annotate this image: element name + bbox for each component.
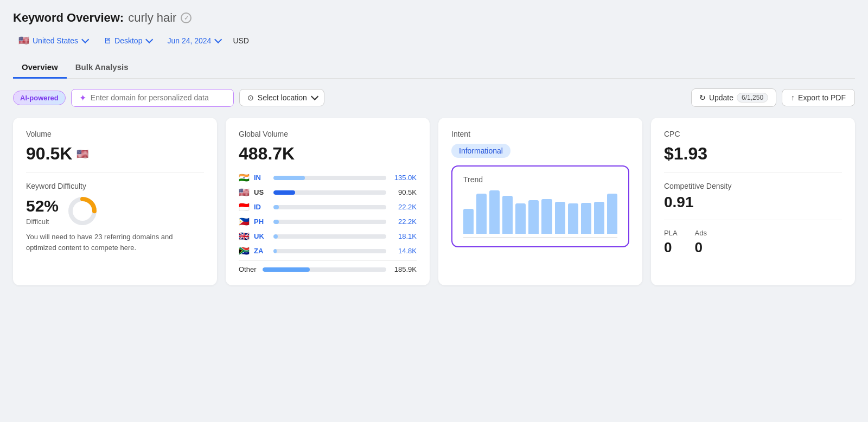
bar-fill-us — [273, 190, 295, 195]
location-select-button[interactable]: ⊙ Select location — [239, 89, 324, 106]
country-row-za: 🇿🇦 ZA 14.8K — [239, 246, 417, 256]
sparkle-icon: ✦ — [79, 93, 86, 103]
kd-level: Difficult — [26, 218, 59, 226]
country-rows: 🇮🇳 IN 135.0K 🇺🇸 US 90.5K 🇮🇩 ID 22.2K 🇵🇭 … — [239, 172, 417, 256]
domain-input[interactable] — [91, 93, 226, 102]
kd-description: You will need to have 23 referring domai… — [26, 232, 204, 253]
ads-label: Ads — [695, 229, 707, 237]
flag-uk: 🇬🇧 — [239, 231, 250, 241]
ads-value: 0 — [695, 239, 707, 256]
trend-bar-6 — [541, 199, 552, 234]
country-code-ph[interactable]: PH — [254, 218, 269, 226]
us-flag-icon: 🇺🇸 — [76, 148, 88, 160]
trend-bar-10 — [594, 202, 604, 234]
pla-item: PLA 0 — [664, 229, 678, 256]
chevron-down-icon-3 — [214, 35, 222, 43]
bar-fill-id — [273, 205, 279, 209]
bar-fill-ph — [273, 220, 279, 224]
bar-fill-uk — [273, 234, 278, 239]
flag-id: 🇮🇩 — [239, 202, 250, 212]
kd-row: 52% Difficult — [26, 196, 204, 226]
country-row-uk: 🇬🇧 UK 18.1K — [239, 231, 417, 241]
domain-input-wrapper[interactable]: ✦ — [71, 89, 234, 107]
cpc-card: CPC $1.93 Competitive Density 0.91 PLA 0… — [651, 118, 855, 285]
verified-icon: ✓ — [181, 12, 192, 23]
pla-label: PLA — [664, 229, 678, 237]
country-code-id[interactable]: ID — [254, 203, 269, 211]
volume-label: Volume — [26, 130, 204, 138]
country-val-ph: 22.2K — [391, 218, 417, 226]
country-code-uk[interactable]: UK — [254, 232, 269, 240]
date-filter[interactable]: Jun 24, 2024 — [162, 34, 225, 48]
currency-label: USD — [233, 36, 249, 45]
other-bar-fill — [263, 267, 310, 272]
volume-kd-card: Volume 90.5K 🇺🇸 Keyword Difficulty 52% D… — [13, 118, 217, 285]
comp-density-label: Competitive Density — [664, 182, 842, 190]
refresh-icon: ↻ — [699, 93, 706, 102]
bar-bg-ph — [273, 220, 386, 224]
other-bar-bg — [263, 267, 386, 272]
trend-baseline — [463, 237, 617, 238]
country-code-in[interactable]: IN — [254, 174, 269, 182]
country-row-in: 🇮🇳 IN 135.0K — [239, 172, 417, 183]
country-val-us: 90.5K — [391, 188, 417, 196]
trend-card: Trend — [451, 165, 629, 247]
global-volume-value: 488.7K — [239, 144, 417, 164]
bar-fill-in — [273, 176, 305, 180]
trend-bar-7 — [555, 202, 565, 234]
trend-bar-0 — [463, 209, 474, 234]
kd-donut-chart — [67, 196, 98, 226]
pla-ads-row: PLA 0 Ads 0 — [664, 229, 842, 256]
page-title-prefix: Keyword Overview: — [13, 11, 124, 25]
toolbar-row: AI-powered ✦ ⊙ Select location ↻ Update … — [13, 88, 855, 107]
trend-bar-9 — [581, 203, 591, 234]
cpc-value: $1.93 — [664, 144, 842, 164]
tab-bulk-analysis[interactable]: Bulk Analysis — [67, 57, 137, 79]
cpc-label: CPC — [664, 130, 842, 138]
country-val-za: 14.8K — [391, 247, 417, 255]
country-row-us: 🇺🇸 US 90.5K — [239, 187, 417, 197]
cards-row: Volume 90.5K 🇺🇸 Keyword Difficulty 52% D… — [13, 118, 855, 285]
volume-value: 90.5K 🇺🇸 — [26, 144, 204, 164]
bar-bg-za — [273, 249, 386, 253]
trend-bar-3 — [502, 196, 513, 234]
tab-overview[interactable]: Overview — [13, 57, 67, 79]
global-volume-card: Global Volume 488.7K 🇮🇳 IN 135.0K 🇺🇸 US … — [226, 118, 430, 285]
trend-bar-8 — [568, 203, 578, 234]
filters-row: 🇺🇸 United States 🖥 Desktop Jun 24, 2024 … — [13, 33, 855, 48]
country-code-us: US — [254, 188, 269, 196]
update-count-badge: 6/1,250 — [737, 93, 768, 103]
flag-in: 🇮🇳 — [239, 172, 250, 183]
trend-label: Trend — [463, 175, 617, 184]
flag-us: 🇺🇸 — [239, 187, 250, 197]
flag-za: 🇿🇦 — [239, 246, 250, 256]
trend-chart — [463, 190, 617, 234]
bar-bg-in — [273, 176, 386, 180]
country-filter[interactable]: 🇺🇸 United States — [13, 33, 92, 48]
keyword-name: curly hair — [128, 11, 176, 25]
country-val-uk: 18.1K — [391, 232, 417, 240]
bar-fill-za — [273, 249, 277, 253]
intent-label: Intent — [451, 130, 629, 138]
other-row: Other 185.9K — [239, 260, 417, 273]
other-label: Other — [239, 265, 258, 273]
country-val-id: 22.2K — [391, 203, 417, 211]
bar-bg-id — [273, 205, 386, 209]
page-header: Keyword Overview: curly hair ✓ — [13, 11, 855, 25]
device-filter[interactable]: 🖥 Desktop — [98, 33, 156, 48]
country-row-id: 🇮🇩 ID 22.2K — [239, 202, 417, 212]
global-volume-label: Global Volume — [239, 130, 417, 138]
chevron-down-icon — [81, 35, 89, 43]
trend-bar-4 — [515, 203, 526, 234]
comp-density-value: 0.91 — [664, 194, 842, 211]
tabs-row: Overview Bulk Analysis — [13, 57, 855, 79]
update-button[interactable]: ↻ Update 6/1,250 — [691, 88, 776, 107]
flag-ph: 🇵🇭 — [239, 216, 250, 227]
country-val-in: 135.0K — [391, 174, 417, 182]
other-value: 185.9K — [391, 265, 417, 273]
trend-bar-1 — [476, 194, 487, 234]
desktop-icon: 🖥 — [103, 36, 111, 45]
country-code-za[interactable]: ZA — [254, 247, 269, 255]
kd-label: Keyword Difficulty — [26, 182, 204, 190]
export-pdf-button[interactable]: ↑ Export to PDF — [782, 89, 855, 106]
